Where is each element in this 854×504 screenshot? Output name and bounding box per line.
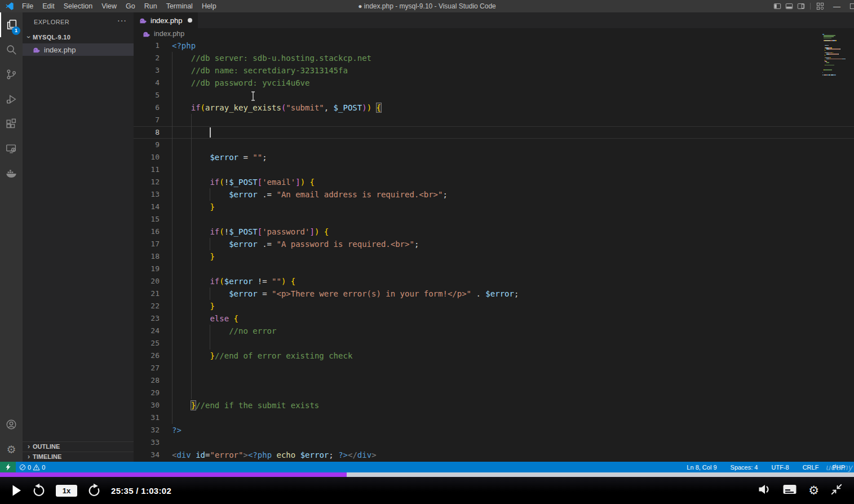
playback-speed-button[interactable]: 1x xyxy=(56,485,77,497)
line-number[interactable]: 4 xyxy=(134,77,172,89)
volume-button[interactable] xyxy=(758,483,771,498)
line-number[interactable]: 25 xyxy=(134,337,172,350)
line-number[interactable]: 28 xyxy=(134,374,172,387)
code-line[interactable]: 16 if(!$_POST['password']) { xyxy=(134,226,854,238)
line-number[interactable]: 22 xyxy=(134,300,172,312)
line-number[interactable]: 26 xyxy=(134,350,172,362)
code-line[interactable]: 24 //no error xyxy=(134,325,854,337)
menu-file[interactable]: File xyxy=(17,0,38,12)
code-line[interactable]: 14 } xyxy=(134,201,854,213)
more-actions-icon[interactable]: ··· xyxy=(117,16,127,25)
activity-accounts[interactable] xyxy=(0,412,23,437)
restore-button[interactable] xyxy=(849,2,854,11)
code-line[interactable]: 32?> xyxy=(134,424,854,436)
minimize-button[interactable]: — xyxy=(828,2,846,11)
captions-button[interactable] xyxy=(782,483,797,498)
code-line[interactable]: 18 } xyxy=(134,250,854,263)
eol-status[interactable]: CRLF xyxy=(799,462,822,472)
line-number[interactable]: 13 xyxy=(134,188,172,201)
workspace-folder[interactable]: › MYSQL-9.10 xyxy=(23,31,134,43)
line-number[interactable]: 7 xyxy=(134,114,172,126)
activity-settings[interactable]: ⚙ xyxy=(0,437,23,462)
rewind-button[interactable] xyxy=(32,483,46,498)
activity-remote-explorer[interactable] xyxy=(0,136,23,161)
toggle-secondary-sidebar-icon[interactable] xyxy=(797,2,805,11)
code-line[interactable]: 5 xyxy=(134,89,854,101)
menu-help[interactable]: Help xyxy=(197,0,221,12)
code-line[interactable]: 7 xyxy=(134,114,854,126)
line-number[interactable]: 17 xyxy=(134,238,172,250)
code-line[interactable]: 23 else { xyxy=(134,312,854,325)
code-line[interactable]: 13 $error .= "An email address is requir… xyxy=(134,188,854,201)
minimap[interactable] xyxy=(822,34,852,76)
code-line[interactable]: 12 if(!$_POST['email']) { xyxy=(134,176,854,188)
file-item-indexphp[interactable]: index.php xyxy=(23,43,134,56)
toggle-sidebar-icon[interactable] xyxy=(773,2,781,11)
code-line[interactable]: 4 //db password: yvcii4u6ve xyxy=(134,77,854,89)
modified-dot-icon[interactable] xyxy=(188,18,192,23)
customize-layout-icon[interactable] xyxy=(816,2,824,11)
menu-terminal[interactable]: Terminal xyxy=(162,0,197,12)
activity-docker[interactable] xyxy=(0,161,23,186)
line-number[interactable]: 19 xyxy=(134,263,172,275)
menu-edit[interactable]: Edit xyxy=(38,0,59,12)
line-number[interactable]: 31 xyxy=(134,412,172,424)
code-line[interactable]: 11 xyxy=(134,163,854,176)
line-number[interactable]: 18 xyxy=(134,250,172,263)
line-number[interactable]: 11 xyxy=(134,163,172,176)
line-number[interactable]: 6 xyxy=(134,101,172,114)
line-number[interactable]: 21 xyxy=(134,288,172,300)
panel-outline[interactable]: › OUTLINE xyxy=(23,441,134,452)
code-editor[interactable]: 1<?php2 //db server: sdb-u.hosting.stack… xyxy=(134,39,854,461)
activity-run-debug[interactable] xyxy=(0,87,23,112)
line-number[interactable]: 20 xyxy=(134,275,172,288)
line-number[interactable]: 29 xyxy=(134,387,172,399)
menu-view[interactable]: View xyxy=(97,0,121,12)
code-line[interactable]: 22 } xyxy=(134,300,854,312)
line-number[interactable]: 9 xyxy=(134,139,172,151)
line-number[interactable]: 30 xyxy=(134,399,172,412)
forward-button[interactable] xyxy=(87,483,101,498)
line-number[interactable]: 2 xyxy=(134,52,172,64)
code-line[interactable]: 26 }//end of error existing check xyxy=(134,350,854,362)
code-line[interactable]: 10 $error = ""; xyxy=(134,151,854,163)
code-line[interactable]: 2 //db server: sdb-u.hosting.stackcp.net xyxy=(134,52,854,64)
code-line[interactable]: 17 $error .= "A password is required.<br… xyxy=(134,238,854,250)
line-number[interactable]: 3 xyxy=(134,64,172,77)
line-number[interactable]: 15 xyxy=(134,213,172,226)
code-line[interactable]: 1<?php xyxy=(134,39,854,52)
line-number[interactable]: 14 xyxy=(134,201,172,213)
line-number[interactable]: 1 xyxy=(134,39,172,52)
language-mode-status[interactable]: PHP xyxy=(829,462,848,472)
code-line[interactable]: 30 }//end if the submit exists xyxy=(134,399,854,412)
breadcrumb-item[interactable]: index.php xyxy=(154,30,184,38)
toggle-panel-icon[interactable] xyxy=(785,2,793,11)
code-line[interactable]: 33 xyxy=(134,436,854,449)
line-number[interactable]: 8 xyxy=(134,126,172,139)
code-line[interactable]: 29 xyxy=(134,387,854,399)
line-number[interactable]: 32 xyxy=(134,424,172,436)
remote-indicator[interactable] xyxy=(0,462,16,472)
line-number[interactable]: 5 xyxy=(134,89,172,101)
activity-source-control[interactable] xyxy=(0,62,23,87)
activity-extensions[interactable] xyxy=(0,112,23,136)
code-line[interactable]: 27 xyxy=(134,362,854,374)
line-number[interactable]: 10 xyxy=(134,151,172,163)
code-line[interactable]: 21 $error = "<p>There were error(s) in y… xyxy=(134,288,854,300)
tab-indexphp[interactable]: index.php xyxy=(134,12,198,28)
cursor-position-status[interactable]: Ln 8, Col 9 xyxy=(683,462,720,472)
line-number[interactable]: 23 xyxy=(134,312,172,325)
line-number[interactable]: 27 xyxy=(134,362,172,374)
menu-go[interactable]: Go xyxy=(121,0,140,12)
problems-status[interactable]: 0 0 xyxy=(16,462,48,472)
code-line[interactable]: 8 xyxy=(134,126,854,139)
activity-explorer[interactable]: 1 xyxy=(0,12,23,37)
code-line[interactable]: 15 xyxy=(134,213,854,226)
code-line[interactable]: 6 if(array_key_exists("submit", $_POST))… xyxy=(134,101,854,114)
video-seek-bar[interactable] xyxy=(0,472,854,477)
play-button[interactable] xyxy=(11,484,22,497)
panel-timeline[interactable]: › TIMELINE xyxy=(23,452,134,462)
settings-button[interactable]: ⚙ xyxy=(808,485,819,497)
encoding-status[interactable]: UTF-8 xyxy=(768,462,792,472)
code-line[interactable]: 3 //db name: secretdiary-32313145fa xyxy=(134,64,854,77)
